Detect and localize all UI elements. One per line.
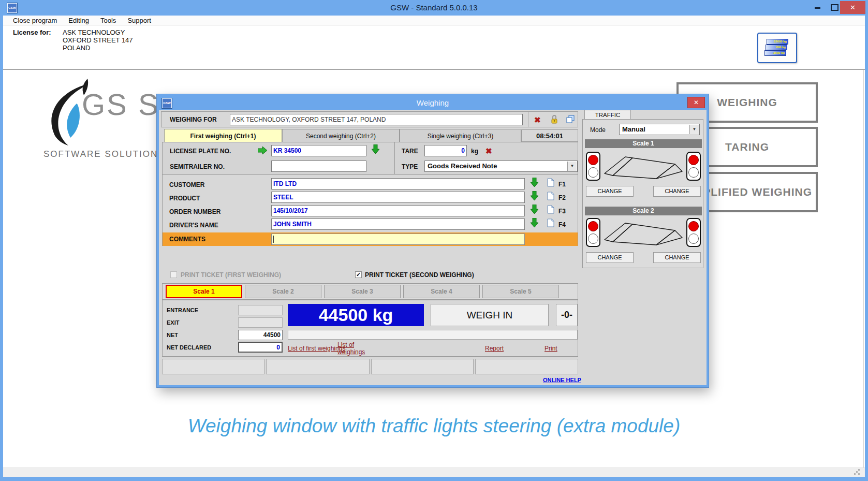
- document-icon-product[interactable]: [547, 192, 554, 202]
- scale-display-row-2: 800 kg: [766, 45, 787, 50]
- close-button[interactable]: ✕: [840, 1, 865, 14]
- clock: 08:54:01: [521, 129, 578, 142]
- product-input[interactable]: [271, 192, 525, 203]
- tab-single-weighing[interactable]: Single weighing (Ctrl+3): [400, 129, 521, 142]
- change-button-scale2-right[interactable]: CHANGE: [653, 252, 701, 263]
- print-ticket-second-checkbox[interactable]: ✓: [355, 271, 362, 278]
- net-declared-input[interactable]: [238, 342, 283, 353]
- semitrailer-label: SEMITRAILER NO.: [170, 163, 225, 170]
- scale-tab-3[interactable]: Scale 3: [324, 285, 401, 298]
- weighbridge-graphic-scale2: [602, 219, 685, 248]
- text-cursor: [273, 236, 274, 243]
- comments-input[interactable]: [271, 234, 525, 245]
- window-border-bottom: [0, 477, 868, 481]
- menu-close-program[interactable]: Close program: [7, 17, 63, 24]
- semitrailer-input[interactable]: [271, 161, 366, 172]
- print-ticket-first-checkbox[interactable]: [170, 271, 177, 278]
- chevron-down-icon[interactable]: ▼: [567, 162, 577, 171]
- weighing-for-input[interactable]: [230, 114, 523, 125]
- exit-field: [238, 317, 283, 328]
- weighing-dialog: Weighing GSW ✕ WEIGHING FOR ✖ First weig…: [157, 94, 709, 387]
- readout-box: ENTRANCE EXIT NET 44500 NET DECLARED 445…: [162, 300, 578, 357]
- arrow-down-icon-driver[interactable]: [531, 218, 538, 230]
- tare-label: TARE: [402, 148, 418, 155]
- print-link[interactable]: Print: [545, 345, 557, 352]
- traffic-lights-tab[interactable]: TRAFFIC LIGHTS: [584, 110, 631, 120]
- online-help-link[interactable]: ONLINE HELP: [543, 377, 581, 383]
- arrow-right-icon: [258, 147, 267, 156]
- window-title: GSW - Standard 5.0.0.13: [0, 0, 868, 16]
- menu-support[interactable]: Support: [122, 17, 157, 24]
- bottom-cell-3[interactable]: [371, 359, 474, 374]
- type-dropdown[interactable]: Goods Received Note ▼: [424, 161, 578, 172]
- copy-icon[interactable]: [566, 115, 575, 126]
- red-light: [588, 221, 598, 231]
- report-link[interactable]: Report: [485, 345, 504, 352]
- maximize-button[interactable]: [826, 0, 842, 14]
- minimize-button[interactable]: [810, 0, 825, 14]
- traffic-lights-panel: Mode Manual ▼ Scale 1: [582, 119, 703, 268]
- scale-tab-4[interactable]: Scale 4: [403, 285, 480, 298]
- license-plate-input[interactable]: [271, 145, 366, 156]
- driver-name-label: DRIVER'S NAME: [169, 222, 218, 229]
- list-of-weighings-link[interactable]: List of weighings: [337, 341, 370, 356]
- arrow-down-icon-order[interactable]: [531, 205, 538, 216]
- change-button-scale1-right[interactable]: CHANGE: [653, 186, 701, 197]
- dialog-titlebar[interactable]: Weighing GSW ✕: [159, 96, 707, 110]
- red-light: [688, 221, 699, 231]
- scale-display-row-3: 3500 kg: [764, 50, 786, 56]
- traffic-light-scale1-left: [586, 152, 600, 181]
- resize-grip[interactable]: [858, 473, 860, 475]
- driver-name-input[interactable]: [271, 218, 525, 230]
- horizontal-scrollbar[interactable]: [3, 468, 865, 477]
- scale-tab-2[interactable]: Scale 2: [245, 285, 321, 298]
- tab-first-weighing[interactable]: First weighing (Ctrl+1): [164, 129, 282, 142]
- off-light: [588, 234, 598, 244]
- mode-dropdown[interactable]: Manual ▼: [619, 124, 700, 135]
- off-light: [688, 234, 699, 244]
- mode-chevron-down-icon[interactable]: ▼: [689, 125, 699, 134]
- tare-input[interactable]: [424, 145, 467, 156]
- license-line-3: POLAND: [63, 44, 90, 52]
- zero-button[interactable]: -0-: [556, 304, 578, 326]
- bottom-cell-4[interactable]: [475, 359, 578, 374]
- menu-tools[interactable]: Tools: [95, 17, 122, 24]
- arrow-down-icon-customer[interactable]: [531, 178, 538, 190]
- change-button-scale2-left[interactable]: CHANGE: [586, 252, 634, 263]
- net-field: 44500: [238, 330, 283, 340]
- header-divider: [3, 69, 865, 70]
- arrow-down-icon-product[interactable]: [531, 191, 538, 203]
- menu-bar: Close program Editing Tools Support: [3, 16, 865, 25]
- scale-tab-5[interactable]: Scale 5: [482, 285, 559, 298]
- lock-icon[interactable]: [551, 114, 558, 126]
- bottom-cell-1[interactable]: [162, 359, 264, 374]
- license-for-label: License for:: [13, 28, 51, 36]
- menu-editing[interactable]: Editing: [63, 17, 95, 24]
- tab-second-weighing[interactable]: Second weighing (Ctrl+2): [282, 129, 400, 142]
- dialog-close-button[interactable]: ✕: [688, 97, 704, 108]
- dialog-close-icon: ✕: [694, 99, 699, 106]
- weigh-in-button[interactable]: WEIGH IN: [431, 304, 549, 326]
- clear-tare-icon[interactable]: ✖: [486, 147, 492, 155]
- net-label: NET: [167, 332, 178, 338]
- document-icon-driver[interactable]: [547, 218, 554, 229]
- vehicle-group: LICENSE PLATE NO. TARE kg ✖ SEMITRAILER …: [163, 142, 578, 175]
- scale-display-icon: 12600 kg 800 kg 3500 kg: [767, 39, 788, 56]
- scale-tab-1[interactable]: Scale 1: [166, 285, 242, 298]
- traffic-scale1-header: Scale 1: [585, 139, 702, 148]
- scale-display-button[interactable]: 12600 kg 800 kg 3500 kg: [757, 33, 797, 63]
- product-fkey: F2: [558, 194, 566, 201]
- maximize-icon: [831, 4, 838, 11]
- customer-fkey: F1: [558, 181, 566, 188]
- arrow-down-icon-plate[interactable]: [372, 144, 379, 156]
- change-button-scale1-left[interactable]: CHANGE: [586, 186, 634, 197]
- document-icon-customer[interactable]: [547, 178, 554, 189]
- window-titlebar: GSW - Standard 5.0.0.13 GSW ✕: [0, 0, 868, 16]
- order-number-input[interactable]: [271, 205, 525, 216]
- group-separator: [394, 142, 395, 174]
- bottom-cell-2[interactable]: [266, 359, 370, 374]
- customer-input[interactable]: [271, 178, 525, 190]
- document-icon-order[interactable]: [547, 205, 554, 216]
- clear-weighing-for-icon[interactable]: ✖: [534, 116, 541, 124]
- list-of-first-weighings-link[interactable]: List of first weighings: [288, 345, 345, 352]
